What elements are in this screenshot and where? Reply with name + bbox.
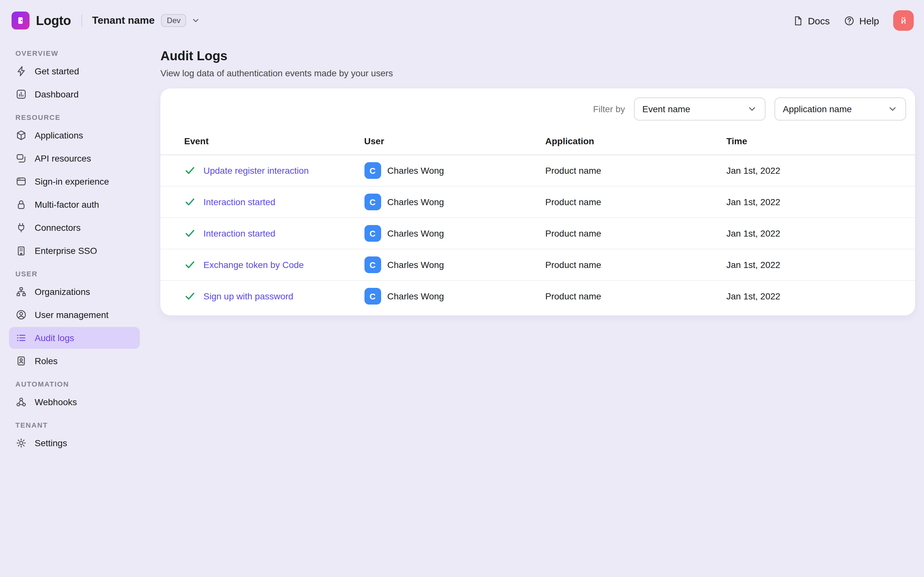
audit-logs-card: Filter by Event name Application name [160,89,915,316]
filter-bar: Filter by Event name Application name [160,97,915,129]
sidebar-item-label: Applications [35,130,83,140]
user-avatar: C [364,162,381,179]
webhook-icon [15,396,27,408]
column-header-event: Event [160,129,364,155]
event-link[interactable]: Exchange token by Code [204,259,304,270]
sidebar-item-user-management[interactable]: User management [9,304,140,326]
bolt-icon [15,65,27,77]
top-bar-actions: Docs Help й [792,10,914,31]
user-avatar: C [364,225,381,242]
success-check-icon [184,196,196,208]
event-link[interactable]: Interaction started [204,197,275,207]
sidebar-item-audit-logs[interactable]: Audit logs [9,327,140,349]
dashboard-icon [15,89,27,100]
logto-logo-icon [11,11,29,29]
chevron-down-icon[interactable] [192,16,200,25]
audit-log-row[interactable]: Interaction started C Charles Wong Produ… [160,218,915,249]
docs-label: Docs [808,15,830,26]
event-link[interactable]: Update register interaction [204,165,309,176]
application-cell: Product name [545,249,726,280]
filter-by-label: Filter by [593,104,625,114]
sign-in-experience-icon [15,176,27,187]
time-cell: Jan 1st, 2022 [726,249,915,280]
sidebar-item-organizations[interactable]: Organizations [9,281,140,303]
lock-icon [15,199,27,210]
sidebar-item-webhooks[interactable]: Webhooks [9,391,140,413]
user-name: Charles Wong [387,197,444,207]
application-filter-value: Application name [783,104,852,114]
page-title: Audit Logs [160,49,915,63]
user-name: Charles Wong [387,228,444,239]
user-name: Charles Wong [387,259,444,270]
user-avatar: C [364,256,381,273]
header-divider [81,15,82,26]
sidebar-item-api-resources[interactable]: API resources [9,147,140,169]
sidebar-item-label: Multi-factor auth [35,199,99,210]
time-cell: Jan 1st, 2022 [726,218,915,249]
tenant-env-badge: Dev [161,14,186,27]
time-cell: Jan 1st, 2022 [726,280,915,311]
success-check-icon [184,165,196,176]
sidebar-item-label: Get started [35,66,79,76]
user-name: Charles Wong [387,291,444,301]
user-avatar: C [364,193,381,210]
sidebar-item-multi-factor-auth[interactable]: Multi-factor auth [9,193,140,215]
time-cell: Jan 1st, 2022 [726,186,915,218]
success-check-icon [184,227,196,239]
sidebar-item-roles[interactable]: Roles [9,350,140,372]
audit-log-row[interactable]: Exchange token by Code C Charles Wong Pr… [160,249,915,280]
sidebar-item-label: Webhooks [35,397,77,407]
list-icon [15,332,27,343]
success-check-icon [184,259,196,271]
audit-log-row[interactable]: Sign up with password C Charles Wong Pro… [160,280,915,311]
sidebar-section-label: TENANT [15,421,140,429]
audit-log-row[interactable]: Update register interaction C Charles Wo… [160,155,915,186]
sidebar: OVERVIEW Get started Dashboard RESOURCE … [0,41,148,455]
sidebar-item-label: Audit logs [35,333,74,343]
help-button[interactable]: Help [844,15,879,26]
application-cell: Product name [545,280,726,311]
event-link[interactable]: Sign up with password [204,291,293,301]
question-circle-icon [844,15,855,26]
user-avatar: C [364,288,381,305]
gear-icon [15,437,27,449]
sidebar-item-applications[interactable]: Applications [9,124,140,146]
column-header-application: Application [545,129,726,155]
sidebar-item-get-started[interactable]: Get started [9,60,140,82]
sidebar-item-settings[interactable]: Settings [9,432,140,454]
sidebar-item-label: Dashboard [35,89,79,99]
application-cell: Product name [545,186,726,218]
column-header-user: User [364,129,545,155]
sidebar-item-dashboard[interactable]: Dashboard [9,83,140,105]
application-name-filter-select[interactable]: Application name [774,97,906,121]
sidebar-section-label: OVERVIEW [15,49,140,57]
profile-avatar[interactable]: й [893,10,914,31]
sidebar-item-label: Roles [35,356,58,366]
time-cell: Jan 1st, 2022 [726,155,915,186]
organizations-icon [15,286,27,298]
document-icon [792,15,803,26]
chevron-down-icon [747,104,757,114]
event-link[interactable]: Interaction started [204,228,275,239]
event-filter-value: Event name [642,104,690,114]
sidebar-section-label: AUTOMATION [15,380,140,388]
tenant-name[interactable]: Tenant name [92,15,155,26]
sidebar-section-label: USER [15,270,140,277]
main-content: Audit Logs View log data of authenticati… [148,41,924,577]
sidebar-item-connectors[interactable]: Connectors [9,217,140,239]
applications-icon [15,129,27,141]
sidebar-section-label: RESOURCE [15,113,140,121]
application-cell: Product name [545,218,726,249]
audit-logs-table: Event User Application Time Update regis… [160,129,915,311]
event-name-filter-select[interactable]: Event name [634,97,766,121]
sidebar-item-label: User management [35,309,108,320]
sidebar-item-enterprise-sso[interactable]: Enterprise SSO [9,240,140,261]
docs-button[interactable]: Docs [792,15,830,26]
sidebar-item-label: API resources [35,153,91,163]
column-header-time: Time [726,129,915,155]
sidebar-item-label: Sign-in experience [35,176,109,187]
application-cell: Product name [545,155,726,186]
audit-log-row[interactable]: Interaction started C Charles Wong Produ… [160,186,915,218]
chevron-down-icon [887,104,898,114]
sidebar-item-sign-in-experience[interactable]: Sign-in experience [9,171,140,192]
